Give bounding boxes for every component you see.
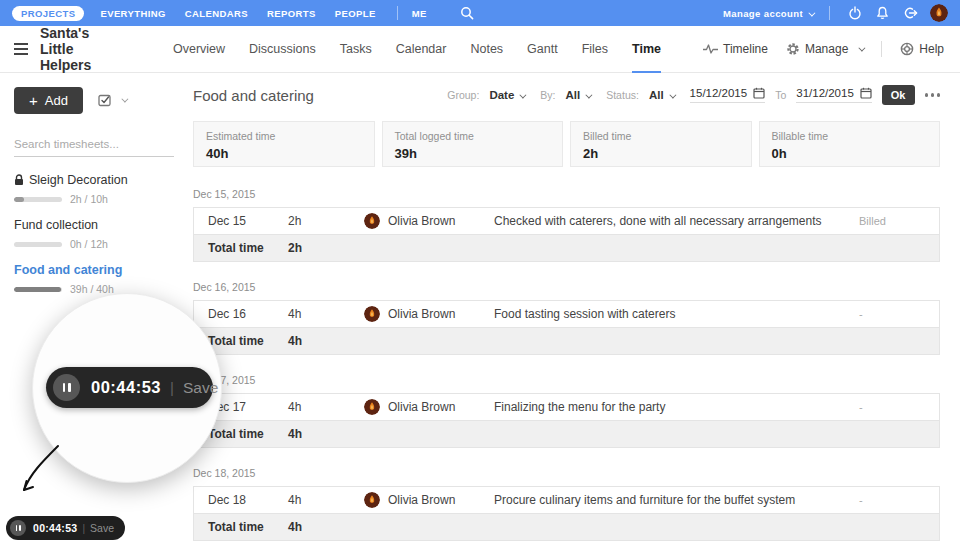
logout-icon[interactable] [903, 6, 918, 20]
total-time-value: 4h [288, 334, 364, 348]
manage-account-label: Manage account [723, 8, 803, 19]
timer-save-button[interactable]: Save [183, 379, 218, 397]
entry-status: - [859, 401, 939, 413]
group-table: Dec 17 4h Olivia Brown Finalizing the me… [193, 393, 940, 448]
tab-tasks[interactable]: Tasks [340, 26, 372, 73]
date-to-field[interactable]: 31/12/2015 [796, 87, 872, 103]
tab-discussions[interactable]: Discussions [249, 26, 316, 73]
search-timesheets-input[interactable] [14, 134, 174, 157]
entry-hours: 2h [288, 214, 364, 228]
filter-bar: Group: Date By: All Status: All 15/12/20… [447, 85, 940, 105]
entry-date: Dec 15 [208, 214, 288, 228]
pause-button[interactable] [10, 520, 26, 536]
sidebar-task-item[interactable]: Food and catering 39h / 40h [14, 263, 179, 295]
approval-filter-dropdown[interactable] [98, 94, 126, 107]
time-entry-row[interactable]: Dec 15 2h Olivia Brown Checked with cate… [194, 208, 939, 235]
more-options-icon[interactable] [925, 89, 941, 101]
date-from-value: 15/12/2015 [690, 87, 748, 99]
help-label: Help [919, 42, 944, 56]
group-filter-label: Group: [447, 89, 479, 101]
task-progress-bar [14, 287, 62, 292]
top-nav-links: EVERYTHINGCALENDARSREPORTSPEOPLE [100, 8, 394, 19]
by-filter-label: By: [540, 89, 555, 101]
ok-button[interactable]: Ok [882, 85, 915, 105]
entry-note: Finalizing the menu for the party [494, 400, 859, 414]
power-icon[interactable] [848, 6, 862, 20]
nav-people[interactable]: PEOPLE [335, 8, 376, 19]
lifebuoy-icon [900, 42, 914, 56]
search-icon[interactable] [460, 6, 474, 20]
timer-widget-zoomed: 00:44:53 | Save [46, 367, 213, 408]
tab-time[interactable]: Time [632, 26, 661, 73]
pause-button[interactable] [53, 374, 80, 401]
person-name: Olivia Brown [388, 307, 455, 321]
user-avatar[interactable] [930, 4, 948, 22]
time-entry-row[interactable]: Dec 17 4h Olivia Brown Finalizing the me… [194, 394, 939, 421]
entry-date: Dec 18 [208, 493, 288, 507]
timer-widget[interactable]: 00:44:53 | Save [6, 516, 125, 540]
task-hours: 0h / 12h [70, 238, 108, 250]
chevron-down-icon [859, 44, 866, 51]
person-avatar [364, 399, 380, 415]
timer-save-button[interactable]: Save [90, 522, 114, 534]
task-hours: 2h / 10h [70, 193, 108, 205]
lock-icon [14, 174, 24, 186]
nav-everything[interactable]: EVERYTHING [100, 8, 165, 19]
timesheet-group: Dec 16, 2015 Dec 16 4h Olivia Brown Food… [193, 281, 940, 355]
callout-arrow [14, 438, 70, 502]
task-name: Food and catering [14, 263, 122, 277]
summary-card: Estimated time 40h [193, 121, 375, 167]
project-tabs: OverviewDiscussionsTasksCalendarNotesGan… [173, 26, 685, 73]
total-time-label: Total time [208, 334, 288, 348]
entry-note: Checked with caterers, done with all nec… [494, 214, 859, 228]
person-name: Olivia Brown [388, 400, 455, 414]
tab-gantt[interactable]: Gantt [527, 26, 558, 73]
page-title: Food and catering [193, 87, 314, 104]
date-from-field[interactable]: 15/12/2015 [690, 87, 766, 103]
time-entry-row[interactable]: Dec 16 4h Olivia Brown Food tasting sess… [194, 301, 939, 328]
project-navbar: Santa's Little Helpers OverviewDiscussio… [0, 26, 960, 73]
group-filter-dropdown[interactable]: Date [489, 89, 524, 101]
total-time-row: Total time 4h [194, 514, 939, 541]
status-filter-dropdown[interactable]: All [649, 89, 674, 101]
person-avatar [364, 213, 380, 229]
add-button[interactable]: +Add [14, 87, 83, 114]
total-time-row: Total time 4h [194, 421, 939, 448]
sidebar-task-item[interactable]: Fund collection 0h / 12h [14, 218, 179, 250]
manage-button[interactable]: Manage [786, 42, 863, 56]
status-filter-label: Status: [606, 89, 639, 101]
calendar-icon [860, 87, 872, 99]
tab-overview[interactable]: Overview [173, 26, 225, 73]
summary-card: Total logged time 39h [382, 121, 564, 167]
sidebar-task-item[interactable]: Sleigh Decoration 2h / 10h [14, 173, 179, 205]
task-name: Sleigh Decoration [29, 173, 128, 187]
help-button[interactable]: Help [900, 42, 944, 56]
group-date-header: Dec 15, 2015 [193, 188, 940, 200]
project-title[interactable]: Santa's Little Helpers [40, 25, 121, 73]
bell-icon[interactable] [876, 6, 889, 20]
timeline-button[interactable]: Timeline [703, 42, 768, 56]
projects-brand-pill[interactable]: PROJECTS [12, 6, 84, 21]
tab-files[interactable]: Files [582, 26, 608, 73]
manage-account-menu[interactable]: Manage account [723, 8, 813, 19]
entry-hours: 4h [288, 307, 364, 321]
by-filter-dropdown[interactable]: All [566, 89, 591, 101]
person-name: Olivia Brown [388, 493, 455, 507]
date-to-value: 31/12/2015 [796, 87, 854, 99]
tab-notes[interactable]: Notes [470, 26, 503, 73]
tab-calendar[interactable]: Calendar [396, 26, 447, 73]
nav-me[interactable]: ME [412, 8, 427, 19]
time-entry-row[interactable]: Dec 18 4h Olivia Brown Procure culinary … [194, 487, 939, 514]
entry-hours: 4h [288, 400, 364, 414]
nav-reports[interactable]: REPORTS [267, 8, 316, 19]
summary-card-label: Billed time [583, 130, 739, 142]
timer-value: 00:44:53 [91, 378, 161, 397]
nav-calendars[interactable]: CALENDARS [185, 8, 248, 19]
person-name: Olivia Brown [388, 214, 455, 228]
total-time-label: Total time [208, 427, 288, 441]
entry-status: - [859, 308, 939, 320]
hamburger-menu-icon[interactable] [14, 43, 28, 55]
timer-separator: | [82, 523, 85, 534]
to-label: To [775, 89, 786, 101]
total-time-value: 2h [288, 241, 364, 255]
